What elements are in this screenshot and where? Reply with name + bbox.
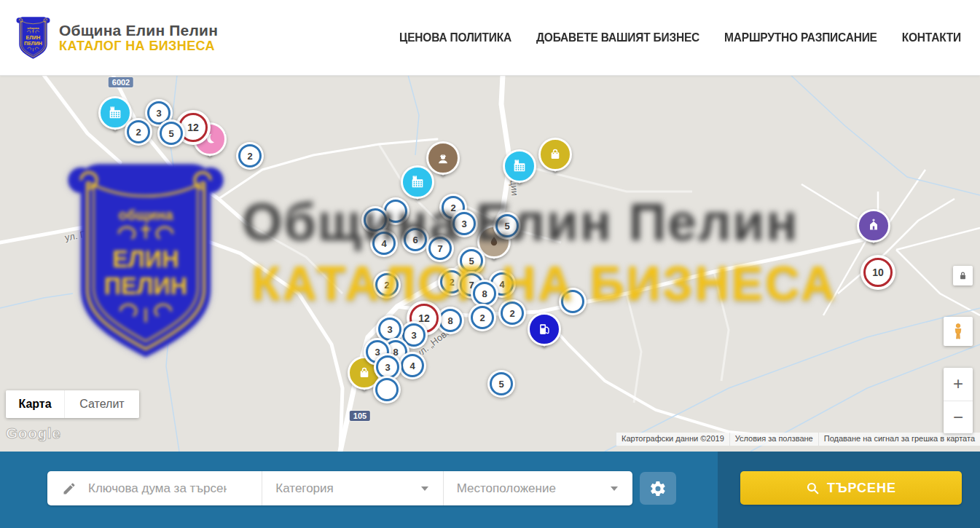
nav-route-schedule[interactable]: МАРШРУТНО РАЗПИСАНИЕ bbox=[724, 31, 877, 44]
svg-text:община: община bbox=[27, 25, 39, 29]
svg-text:ЕЛИН: ЕЛИН bbox=[26, 34, 41, 39]
attribution-terms-link[interactable]: Условия за ползване bbox=[735, 434, 813, 443]
nav-contacts[interactable]: КОНТАКТИ bbox=[902, 31, 961, 44]
lock-icon bbox=[957, 270, 968, 281]
chevron-down-icon bbox=[611, 486, 618, 491]
municipality-shield-icon: община ЕЛИН ПЕЛИН bbox=[16, 15, 50, 60]
nav-add-your-business[interactable]: ДОБАВЕТЕ ВАШИЯТ БИЗНЕС bbox=[536, 31, 699, 44]
category-dropdown[interactable]: Категория bbox=[262, 471, 442, 505]
zoom-in-button[interactable]: + bbox=[944, 368, 973, 401]
advanced-settings-button[interactable] bbox=[640, 472, 676, 505]
page: община ЕЛИН ПЕЛИН Община Елин Пелин КАТА… bbox=[0, 0, 980, 528]
map-type-map-button[interactable]: Карта bbox=[6, 390, 65, 418]
map-cluster-marker[interactable] bbox=[559, 288, 587, 315]
map-attribution: Картографски данни ©2019 Условия за полз… bbox=[616, 433, 980, 446]
road-number-label: 105 bbox=[350, 411, 370, 421]
map-type-control: Карта Сателит bbox=[6, 390, 139, 418]
location-dropdown-label: Местоположение bbox=[444, 481, 556, 496]
attribution-copyright: Картографски данни ©2019 bbox=[616, 433, 729, 446]
nav-pricing-policy[interactable]: ЦЕНОВА ПОЛИТИКА bbox=[399, 31, 511, 44]
search-panel: Категория Местоположение ТЪРСЕНЕ bbox=[0, 452, 980, 528]
zoom-out-button[interactable]: − bbox=[944, 401, 973, 434]
map-cluster-marker[interactable]: 2 bbox=[373, 271, 401, 299]
keyword-field-wrap bbox=[47, 471, 262, 505]
search-button[interactable]: ТЪРСЕНЕ bbox=[740, 471, 962, 505]
search-icon bbox=[806, 481, 820, 495]
svg-text:ПЕЛИН: ПЕЛИН bbox=[24, 40, 42, 45]
search-form: Категория Местоположение bbox=[47, 471, 632, 505]
map-cluster-marker[interactable]: 5 bbox=[157, 119, 185, 147]
map-cluster-marker[interactable]: 3 bbox=[450, 210, 478, 237]
lock-button[interactable] bbox=[953, 266, 973, 285]
attribution-report-error-link[interactable]: Подаване на сигнал за грешка в картата bbox=[824, 434, 975, 443]
brand-text: Община Елин Пелин КАТАЛОГ НА БИЗНЕСА bbox=[59, 22, 218, 54]
google-map-canvas[interactable]: 6002105 ул. Преславбул. „Новоселции bbox=[0, 75, 980, 452]
map-cluster-marker[interactable]: 2 bbox=[125, 118, 152, 146]
site-subtitle: КАТАЛОГ НА БИЗНЕСА bbox=[59, 39, 218, 53]
street-view-pegman-button[interactable] bbox=[944, 317, 973, 346]
map-cluster-marker[interactable]: 4 bbox=[370, 229, 398, 257]
map-cluster-marker[interactable]: 5 bbox=[493, 212, 521, 240]
search-button-label: ТЪРСЕНЕ bbox=[827, 481, 896, 496]
road-number-label: 6002 bbox=[109, 77, 133, 87]
gear-icon bbox=[649, 480, 667, 497]
google-logo[interactable]: Google bbox=[6, 425, 60, 442]
pegman-icon bbox=[950, 322, 966, 341]
main-nav: ЦЕНОВА ПОЛИТИКА ДОБАВЕТЕ ВАШИЯТ БИЗНЕС М… bbox=[399, 31, 961, 44]
map-cluster-marker[interactable] bbox=[373, 376, 401, 403]
map-cluster-marker[interactable]: 10 bbox=[861, 255, 895, 290]
location-dropdown[interactable]: Местоположение bbox=[443, 471, 632, 505]
map-cluster-marker[interactable]: 4 bbox=[399, 352, 426, 379]
map-cluster-marker[interactable]: 7 bbox=[426, 235, 454, 262]
site-logo[interactable]: община ЕЛИН ПЕЛИН Община Елин Пелин КАТА… bbox=[16, 15, 218, 60]
pencil-icon bbox=[62, 481, 77, 496]
map-pin-fuel[interactable] bbox=[528, 312, 561, 355]
map-cluster-marker[interactable]: 2 bbox=[498, 299, 526, 327]
map-pin-factory[interactable] bbox=[503, 149, 536, 192]
map-cluster-marker[interactable]: 6 bbox=[401, 226, 429, 253]
keyword-search-input[interactable] bbox=[87, 481, 228, 497]
map-pin-bag[interactable] bbox=[538, 138, 572, 180]
map-cluster-marker[interactable]: 2 bbox=[236, 142, 264, 170]
map-cluster-marker[interactable]: 2 bbox=[469, 304, 496, 331]
map-cluster-marker[interactable]: 5 bbox=[487, 370, 515, 398]
category-dropdown-label: Категория bbox=[262, 481, 333, 496]
zoom-control: + − bbox=[944, 368, 973, 433]
site-title: Община Елин Пелин bbox=[59, 22, 218, 39]
header: община ЕЛИН ПЕЛИН Община Елин Пелин КАТА… bbox=[0, 0, 980, 76]
chevron-down-icon bbox=[421, 486, 428, 491]
map-pin-church[interactable] bbox=[857, 209, 890, 251]
map-type-satellite-button[interactable]: Сателит bbox=[65, 390, 139, 418]
